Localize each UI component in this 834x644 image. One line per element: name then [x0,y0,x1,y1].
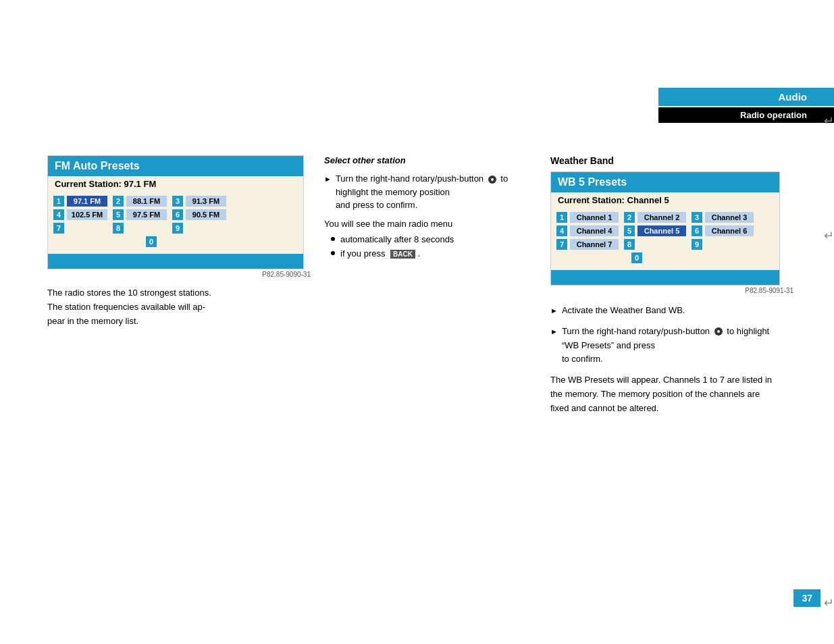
wb-inst2-text: Turn the right-hand rotary/push-button t… [562,325,780,367]
radio-operation-label: Radio operation [740,110,807,120]
instruction-1-text: Turn the right-hand rotary/push-button t… [336,172,513,212]
fm-num-6: 6 [172,209,183,220]
wb-ch-1: Channel 1 [570,212,619,223]
circle-push-btn [488,176,496,184]
wb-preset-box: WB 5 Presets Current Station: Channel 5 … [550,171,780,286]
wb-ch-7: Channel 7 [570,239,619,250]
fm-desc-line1: The radio stores the 10 strongest statio… [47,288,211,298]
wb-instruction-2: ► Turn the right-hand rotary/push-button… [550,325,780,367]
fm-preset-subtitle: Current Station: 97.1 FM [48,176,303,192]
instruction-block-1: ► Turn the right-hand rotary/push-button… [324,172,513,212]
fm-num-5: 5 [113,209,124,220]
wb-ch-6: Channel 6 [705,225,754,236]
back-badge: BACK [390,250,415,259]
fm-num-3: 3 [172,196,183,207]
audio-label: Audio [779,91,808,103]
fm-freq-3: 91.3 FM [186,196,226,207]
instruction-1: ► Turn the right-hand rotary/push-button… [324,172,513,212]
fm-desc-line3: pear in the memory list. [47,316,138,326]
tab-arrow-bot: ↵ [824,595,834,610]
wb-num-2: 2 [624,212,635,223]
tab-arrow-mid: ↵ [824,228,834,243]
bullet-item-1: automatically after 8 seconds [331,234,513,244]
bullet-text-1: automatically after 8 seconds [340,234,454,244]
wb-num-8: 8 [624,239,635,250]
fm-description: The radio stores the 10 strongest statio… [47,286,304,328]
arrow-icon-wb1: ► [550,305,558,317]
wb-preset-title: WB 5 Presets [551,172,779,192]
arrow-icon-1: ► [324,173,332,185]
wb-section: Weather Band WB 5 Presets Current Statio… [550,155,793,416]
wb-num-4: 4 [556,225,567,236]
fm-grid-row-1: 1 97.1 FM 2 88.1 FM 3 91.3 FM [53,196,298,207]
fm-grid-row-3: 7 8 9 [53,223,298,234]
select-section: Select other station ► Turn the right-ha… [324,155,513,263]
circle-push-btn-wb [714,327,723,336]
fm-preset-bottom [48,254,303,269]
bullet-dot-1 [331,237,335,241]
fm-freq-6: 90.5 FM [186,209,226,220]
bullet-item-2: if you press BACK . [331,248,513,259]
fm-num-0: 0 [146,236,157,247]
wb-num-0: 0 [631,252,642,263]
fm-freq-4: 102.5 FM [67,209,107,220]
wb-ch-2: Channel 2 [637,212,686,223]
fm-grid-row-2: 4 102.5 FM 5 97.5 FM 6 90.5 FM [53,209,298,220]
fm-preset-box: FM Auto Presets Current Station: 97.1 FM… [47,155,304,269]
wb-ch-5: Channel 5 [637,225,686,236]
arrow-icon-wb2: ► [550,326,558,338]
wb-num-7: 7 [556,239,567,250]
fm-freq-2: 88.1 FM [126,196,167,207]
wb-grid-row-4: 0 [556,252,774,263]
audio-bar: Audio [658,88,834,106]
wb-num-9: 9 [692,239,702,250]
wb-grid-row-2: 4 Channel 4 5 Channel 5 6 Channel 6 [556,225,774,236]
wb-num-3: 3 [692,212,702,223]
fm-grid-row-4: 0 [53,236,298,247]
wb-ch-3: Channel 3 [705,212,754,223]
fm-desc-line2: The station frequencies available will a… [47,302,205,312]
wb-caption: P82.85-9091-31 [550,287,793,294]
radio-operation-bar: Radio operation [658,107,834,123]
wb-preset-subtitle: Current Station: Channel 5 [551,192,779,208]
wb-description: The WB Presets will appear. Channels 1 t… [550,373,780,415]
fm-num-9: 9 [172,223,183,234]
fm-num-4: 4 [53,209,64,220]
bullet-list: automatically after 8 seconds if you pre… [331,234,513,259]
wb-preset-grid: 1 Channel 1 2 Channel 2 3 Channel 3 4 Ch… [551,208,779,270]
fm-num-8: 8 [113,223,124,234]
fm-preset-grid: 1 97.1 FM 2 88.1 FM 3 91.3 FM 4 102.5 FM… [48,192,303,254]
fm-num-1: 1 [53,196,64,207]
wb-instructions: ► Activate the Weather Band WB. ► Turn t… [550,304,780,416]
fm-section: FM Auto Presets Current Station: 97.1 FM… [47,155,311,328]
you-will-see: You will see the main radio menu [324,219,513,229]
wb-num-6: 6 [692,225,702,236]
wb-heading: Weather Band [550,155,793,166]
fm-preset-title: FM Auto Presets [48,156,303,176]
tab-arrow-top: ↵ [824,113,834,128]
header-area: Audio Radio operation [658,88,834,123]
page-number: 37 [793,589,820,607]
fm-num-2: 2 [113,196,124,207]
fm-num-7: 7 [53,223,64,234]
fm-caption: P82.85-9090-31 [47,271,311,278]
select-heading: Select other station [324,155,513,165]
wb-grid-row-3: 7 Channel 7 8 9 [556,239,774,250]
bullet-dot-2 [331,251,335,255]
wb-preset-bottom [551,270,779,285]
wb-ch-4: Channel 4 [570,225,619,236]
fm-freq-5: 97.5 FM [126,209,167,220]
wb-instruction-1: ► Activate the Weather Band WB. [550,304,780,318]
wb-grid-row-1: 1 Channel 1 2 Channel 2 3 Channel 3 [556,212,774,223]
wb-num-5: 5 [624,225,635,236]
fm-freq-1: 97.1 FM [67,196,107,207]
wb-inst1-text: Activate the Weather Band WB. [562,304,685,318]
wb-num-1: 1 [556,212,567,223]
bullet-text-2: if you press BACK . [340,248,420,259]
